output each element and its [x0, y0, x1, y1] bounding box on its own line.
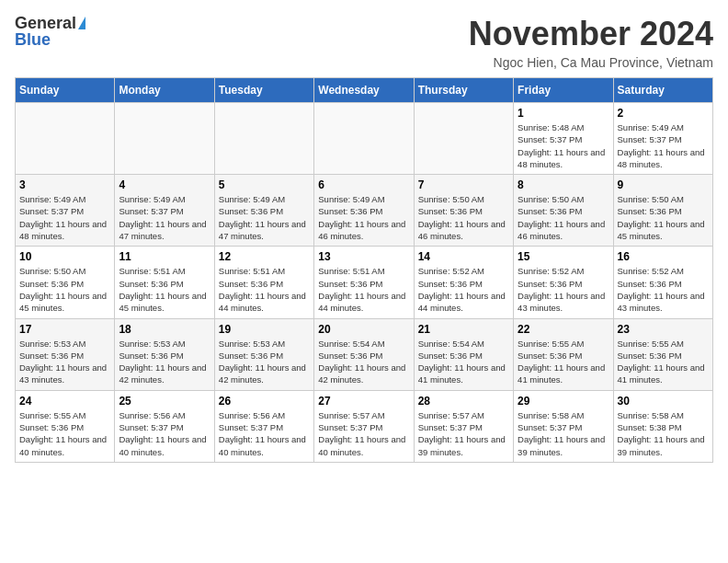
calendar-week-row: 10Sunrise: 5:50 AM Sunset: 5:36 PM Dayli… [16, 247, 713, 318]
calendar-cell: 30Sunrise: 5:58 AM Sunset: 5:38 PM Dayli… [613, 390, 712, 462]
day-info: Sunrise: 5:53 AM Sunset: 5:36 PM Dayligh… [119, 338, 210, 386]
weekday-header-sunday: Sunday [16, 78, 115, 103]
calendar-cell: 25Sunrise: 5:56 AM Sunset: 5:37 PM Dayli… [115, 390, 214, 462]
day-info: Sunrise: 5:51 AM Sunset: 5:36 PM Dayligh… [219, 265, 310, 314]
day-number: 10 [19, 250, 110, 263]
day-number: 21 [418, 323, 509, 336]
day-info: Sunrise: 5:57 AM Sunset: 5:37 PM Dayligh… [418, 409, 509, 458]
calendar-cell: 24Sunrise: 5:55 AM Sunset: 5:36 PM Dayli… [16, 390, 115, 462]
day-info: Sunrise: 5:53 AM Sunset: 5:36 PM Dayligh… [219, 338, 310, 386]
calendar-cell: 12Sunrise: 5:51 AM Sunset: 5:36 PM Dayli… [214, 247, 313, 318]
calendar-cell: 8Sunrise: 5:50 AM Sunset: 5:36 PM Daylig… [514, 175, 613, 247]
calendar-cell: 11Sunrise: 5:51 AM Sunset: 5:36 PM Dayli… [115, 247, 214, 318]
weekday-header-row: SundayMondayTuesdayWednesdayThursdayFrid… [16, 78, 713, 103]
calendar-cell [115, 103, 214, 175]
day-number: 12 [219, 250, 310, 263]
day-number: 8 [518, 178, 609, 191]
day-number: 24 [19, 395, 110, 408]
calendar-cell: 26Sunrise: 5:56 AM Sunset: 5:37 PM Dayli… [214, 390, 313, 462]
day-number: 7 [418, 178, 509, 191]
weekday-header-friday: Friday [514, 78, 613, 103]
day-number: 15 [518, 250, 609, 263]
calendar-cell: 29Sunrise: 5:58 AM Sunset: 5:37 PM Dayli… [514, 390, 613, 462]
day-info: Sunrise: 5:51 AM Sunset: 5:36 PM Dayligh… [318, 265, 409, 314]
day-number: 22 [518, 323, 609, 336]
day-number: 25 [119, 395, 210, 408]
day-info: Sunrise: 5:50 AM Sunset: 5:36 PM Dayligh… [618, 193, 709, 242]
title-block: November 2024 Ngoc Hien, Ca Mau Province… [469, 15, 713, 70]
day-info: Sunrise: 5:53 AM Sunset: 5:36 PM Dayligh… [19, 338, 110, 386]
calendar-week-row: 24Sunrise: 5:55 AM Sunset: 5:36 PM Dayli… [16, 390, 713, 462]
weekday-header-tuesday: Tuesday [214, 78, 313, 103]
day-info: Sunrise: 5:49 AM Sunset: 5:36 PM Dayligh… [219, 193, 310, 242]
day-number: 30 [618, 395, 709, 408]
calendar-body: 1Sunrise: 5:48 AM Sunset: 5:37 PM Daylig… [16, 103, 713, 463]
logo: General Blue [15, 15, 85, 48]
day-info: Sunrise: 5:48 AM Sunset: 5:37 PM Dayligh… [518, 121, 609, 170]
day-info: Sunrise: 5:52 AM Sunset: 5:36 PM Dayligh… [618, 265, 709, 314]
day-number: 27 [318, 395, 409, 408]
day-info: Sunrise: 5:54 AM Sunset: 5:36 PM Dayligh… [318, 338, 409, 386]
calendar-cell: 10Sunrise: 5:50 AM Sunset: 5:36 PM Dayli… [16, 247, 115, 318]
calendar-cell: 14Sunrise: 5:52 AM Sunset: 5:36 PM Dayli… [414, 247, 513, 318]
day-info: Sunrise: 5:55 AM Sunset: 5:36 PM Dayligh… [19, 409, 110, 458]
day-info: Sunrise: 5:49 AM Sunset: 5:37 PM Dayligh… [119, 193, 210, 242]
calendar-cell: 19Sunrise: 5:53 AM Sunset: 5:36 PM Dayli… [214, 318, 313, 390]
calendar-header: SundayMondayTuesdayWednesdayThursdayFrid… [16, 78, 713, 103]
day-info: Sunrise: 5:52 AM Sunset: 5:36 PM Dayligh… [418, 265, 509, 314]
day-number: 14 [418, 250, 509, 263]
day-number: 3 [19, 178, 110, 191]
day-number: 4 [119, 178, 210, 191]
calendar-cell [314, 103, 414, 175]
day-number: 13 [318, 250, 409, 263]
calendar-cell: 2Sunrise: 5:49 AM Sunset: 5:37 PM Daylig… [613, 103, 712, 175]
day-info: Sunrise: 5:52 AM Sunset: 5:36 PM Dayligh… [518, 265, 609, 314]
calendar-cell: 4Sunrise: 5:49 AM Sunset: 5:37 PM Daylig… [115, 175, 214, 247]
calendar-cell [16, 103, 115, 175]
day-info: Sunrise: 5:49 AM Sunset: 5:36 PM Dayligh… [318, 193, 409, 242]
day-info: Sunrise: 5:51 AM Sunset: 5:36 PM Dayligh… [119, 265, 210, 314]
day-number: 19 [219, 323, 310, 336]
page-header: General Blue November 2024 Ngoc Hien, Ca… [15, 15, 713, 70]
calendar-cell: 22Sunrise: 5:55 AM Sunset: 5:36 PM Dayli… [514, 318, 613, 390]
day-info: Sunrise: 5:55 AM Sunset: 5:36 PM Dayligh… [518, 338, 609, 386]
calendar-cell: 28Sunrise: 5:57 AM Sunset: 5:37 PM Dayli… [414, 390, 513, 462]
calendar-cell: 6Sunrise: 5:49 AM Sunset: 5:36 PM Daylig… [314, 175, 414, 247]
calendar-cell: 21Sunrise: 5:54 AM Sunset: 5:36 PM Dayli… [414, 318, 513, 390]
weekday-header-thursday: Thursday [414, 78, 513, 103]
logo-general-text: General [15, 15, 76, 31]
day-number: 29 [518, 395, 609, 408]
calendar-cell: 15Sunrise: 5:52 AM Sunset: 5:36 PM Dayli… [514, 247, 613, 318]
day-number: 11 [119, 250, 210, 263]
day-info: Sunrise: 5:49 AM Sunset: 5:37 PM Dayligh… [19, 193, 110, 242]
calendar-title: November 2024 [469, 15, 713, 53]
calendar-cell: 18Sunrise: 5:53 AM Sunset: 5:36 PM Dayli… [115, 318, 214, 390]
day-info: Sunrise: 5:56 AM Sunset: 5:37 PM Dayligh… [119, 409, 210, 458]
day-info: Sunrise: 5:58 AM Sunset: 5:38 PM Dayligh… [618, 409, 709, 458]
day-number: 2 [618, 107, 709, 120]
calendar-subtitle: Ngoc Hien, Ca Mau Province, Vietnam [469, 55, 713, 70]
weekday-header-saturday: Saturday [613, 78, 712, 103]
day-info: Sunrise: 5:57 AM Sunset: 5:37 PM Dayligh… [318, 409, 409, 458]
calendar-cell: 20Sunrise: 5:54 AM Sunset: 5:36 PM Dayli… [314, 318, 414, 390]
day-number: 6 [318, 178, 409, 191]
logo-triangle-icon [78, 17, 85, 29]
day-number: 1 [518, 107, 609, 120]
calendar-week-row: 17Sunrise: 5:53 AM Sunset: 5:36 PM Dayli… [16, 318, 713, 390]
day-number: 5 [219, 178, 310, 191]
calendar-cell [214, 103, 313, 175]
calendar-cell: 17Sunrise: 5:53 AM Sunset: 5:36 PM Dayli… [16, 318, 115, 390]
day-number: 28 [418, 395, 509, 408]
weekday-header-monday: Monday [115, 78, 214, 103]
day-number: 26 [219, 395, 310, 408]
day-number: 18 [119, 323, 210, 336]
calendar-cell: 27Sunrise: 5:57 AM Sunset: 5:37 PM Dayli… [314, 390, 414, 462]
weekday-header-wednesday: Wednesday [314, 78, 414, 103]
day-number: 17 [19, 323, 110, 336]
day-number: 9 [618, 178, 709, 191]
calendar-cell: 7Sunrise: 5:50 AM Sunset: 5:36 PM Daylig… [414, 175, 513, 247]
calendar-cell: 3Sunrise: 5:49 AM Sunset: 5:37 PM Daylig… [16, 175, 115, 247]
calendar-cell: 5Sunrise: 5:49 AM Sunset: 5:36 PM Daylig… [214, 175, 313, 247]
day-info: Sunrise: 5:58 AM Sunset: 5:37 PM Dayligh… [518, 409, 609, 458]
day-number: 16 [618, 250, 709, 263]
